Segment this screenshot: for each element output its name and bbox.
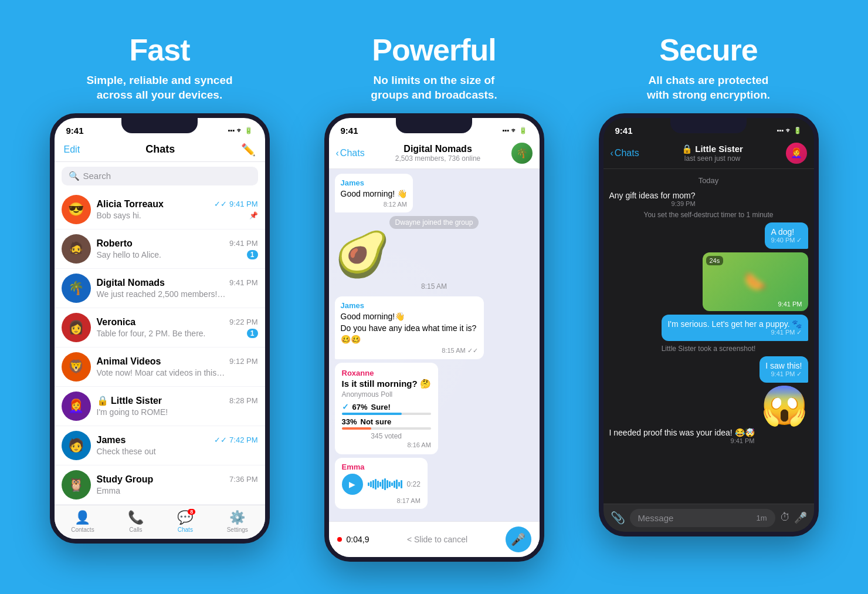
secure-avatar: 👩‍🦰 (786, 143, 807, 164)
chat-time-0: ✓✓ 9:41 PM (214, 200, 257, 208)
voice-wave (368, 478, 402, 490)
attach-icon[interactable]: 📎 (611, 511, 625, 525)
chat-avatar-0: 😎 (62, 195, 91, 224)
timer-icon[interactable]: ⏱ (780, 511, 791, 524)
nav-settings-label: Settings (227, 526, 248, 533)
nav-chats-label: Chats (178, 526, 193, 533)
s-msg-out-text-3: I saw this! (765, 361, 802, 370)
panel-powerful-title: Powerful (372, 32, 496, 68)
chats-edit-btn[interactable]: Edit (64, 144, 80, 155)
chat-content-5: 🔒 Little Sister 8:28 PM I'm going to ROM… (97, 395, 258, 417)
s-msg-in-1: Any gift ideas for mom? 9:39 PM (609, 191, 696, 207)
chat-item-2[interactable]: 🌴 Digital Nomads 9:41 PM We just reached… (55, 269, 265, 308)
system-msg-dwayne: Dwayne joined the group (389, 216, 479, 229)
chat-item-1[interactable]: 🧔 Roberto 9:41 PM Say hello to Alice. 1 (55, 230, 265, 269)
poll-option-1[interactable]: ✓ 67% Sure! (342, 402, 431, 415)
lock-icon: 🔒 (681, 144, 693, 154)
chat-item-3[interactable]: 👩 Veronica 9:22 PM Table for four, 2 PM.… (55, 308, 265, 347)
back-btn-secure[interactable]: ‹ Chats (611, 148, 639, 158)
s-msg-time-2: 9:41 PM (609, 437, 755, 444)
chat-time-3: 9:22 PM (229, 318, 257, 326)
chats-badge: 8 (188, 509, 195, 515)
chat-time-4: 9:12 PM (229, 357, 257, 366)
panel-secure: Secure All chats are protectedwith stron… (577, 32, 840, 536)
chat-avatar-5: 👩‍🦰 (62, 392, 91, 421)
messages-area-powerful: James Good morning! 👋 8:12 AM Dwayne joi… (329, 169, 540, 521)
status-icons-powerful: ▪▪▪ ᯤ 🔋 (503, 127, 528, 134)
input-icons: ⏱ 🎤 (780, 511, 807, 524)
chat-time-6: ✓✓ 7:42 PM (214, 436, 257, 444)
secure-name-text: Little Sister (695, 144, 743, 154)
chat-item-7[interactable]: 🦉 Study Group 7:36 PM Emma (55, 465, 265, 505)
msg-time-james-1: 8:12 AM (341, 201, 408, 208)
poll-card: Roxanne Is it still morning? 🤔 Anonymous… (335, 363, 438, 454)
s-msg-out-text-2: I'm serious. Let's get her a puppy. 🐾 (667, 319, 802, 329)
search-bar[interactable]: 🔍 Search (62, 167, 258, 185)
chat-content-4: Animal Videos 9:12 PM Vote now! Moar cat… (97, 356, 258, 377)
chat-item-4[interactable]: 🦁 Animal Videos 9:12 PM Vote now! Moar c… (55, 347, 265, 387)
msg-sender-james: James (341, 178, 408, 187)
chat-content-2: Digital Nomads 9:41 PM We just reached 2… (97, 278, 258, 299)
compose-icon[interactable]: ✏️ (241, 143, 256, 157)
panel-secure-title: Secure (659, 32, 757, 68)
status-icons-fast: ▪▪▪ ᯤ 🔋 (228, 127, 253, 134)
media-time: 9:41 PM (778, 301, 802, 308)
s-msg-text-2: I needed proof this was your idea! 😂🤯 (609, 428, 755, 437)
play-btn[interactable]: ▶ (342, 474, 363, 495)
chat-badge-3: 1 (247, 329, 258, 338)
s-msg-out-text-1: A dog! (771, 227, 802, 237)
timer-1m: 1m (756, 514, 767, 522)
chat-avatar-4: 🦁 (62, 352, 91, 382)
poll-option-2[interactable]: 33% Not sure (342, 417, 431, 430)
recording-bar: 0:04,9 < Slide to cancel 🎤 (329, 521, 540, 557)
check-icon: ✓ (342, 402, 349, 411)
chat-preview-3: Table for four, 2 PM. Be there. (97, 329, 206, 338)
poll-total: 345 voted (342, 432, 431, 440)
chat-badge-1: 1 (247, 250, 258, 259)
s-msg-out-time-2: 9:41 PM ✓ (667, 329, 802, 336)
chat-preview-2: We just reached 2,500 members! WOO! (97, 289, 226, 299)
poll-pct-1: ✓ 67% Sure! (342, 402, 431, 411)
mic-input-icon[interactable]: 🎤 (794, 511, 807, 524)
chat-item-0[interactable]: 😎 Alicia Torreaux ✓✓ 9:41 PM Bob says hi… (55, 190, 265, 230)
message-input-field[interactable]: Message 1m (630, 509, 775, 527)
mic-btn[interactable]: 🎤 (506, 526, 531, 552)
chat-preview-6: Check these out (97, 447, 156, 456)
chat-preview-0: Bob says hi. (97, 211, 141, 220)
s-msg-out-1: A dog! 9:40 PM ✓ (765, 222, 808, 249)
nav-settings[interactable]: ⚙️ Settings (227, 510, 248, 533)
group-name: Digital Nomads (369, 144, 507, 154)
search-placeholder: Search (83, 171, 111, 181)
search-icon: 🔍 (69, 171, 80, 181)
poll-pct-val-2: 33% (342, 417, 357, 426)
secure-header: ‹ Chats 🔒 Little Sister last seen just n… (603, 141, 814, 169)
phone-powerful: 9:41 ▪▪▪ ᯤ 🔋 ‹ Chats Digital Nomads 2,50… (324, 113, 544, 562)
group-info: Digital Nomads 2,503 members, 736 online (369, 144, 507, 163)
chat-item-6[interactable]: 🧑 James ✓✓ 7:42 PM Check these out (55, 426, 265, 465)
poll-bar-1 (342, 413, 431, 415)
secure-group-info: 🔒 Little Sister last seen just now (644, 144, 781, 163)
panel-fast-subtitle: Simple, reliable and syncedacross all yo… (86, 73, 232, 102)
chat-avatar-1: 🧔 (62, 234, 91, 264)
secure-input-bar: 📎 Message 1m ⏱ 🎤 (603, 504, 814, 532)
status-icons-secure: ▪▪▪ ᯤ 🔋 (777, 127, 802, 134)
secure-messages: Today Any gift ideas for mom? 9:39 PM Yo… (603, 169, 814, 504)
chat-preview-5: I'm going to ROME! (97, 407, 168, 417)
panel-fast: Fast Simple, reliable and syncedacross a… (28, 32, 291, 543)
s-msg-in-2: I needed proof this was your idea! 😂🤯 9:… (609, 428, 755, 444)
chat-item-5[interactable]: 👩‍🦰 🔒 Little Sister 8:28 PM I'm going to… (55, 387, 265, 426)
nav-calls[interactable]: 📞 Calls (128, 510, 144, 533)
nav-chats[interactable]: 💬 8 Chats (177, 510, 193, 533)
voice-sender: Emma (342, 463, 421, 471)
poll-pct-2: 33% Not sure (342, 417, 431, 426)
nav-contacts[interactable]: 👤 Contacts (71, 510, 94, 533)
sticker-avocado: 🥑 (335, 232, 390, 276)
media-content: 🌭 (744, 271, 766, 292)
date-divider: Today (609, 176, 808, 185)
s-system-2: Little Sister took a screenshot! (662, 345, 756, 353)
secure-name: 🔒 Little Sister (644, 144, 781, 154)
back-btn-powerful[interactable]: ‹ Chats (336, 148, 365, 158)
timer-badge: 24s (706, 256, 724, 265)
chat-content-1: Roberto 9:41 PM Say hello to Alice. 1 (97, 238, 258, 259)
chat-preview-7: Emma (97, 486, 120, 495)
